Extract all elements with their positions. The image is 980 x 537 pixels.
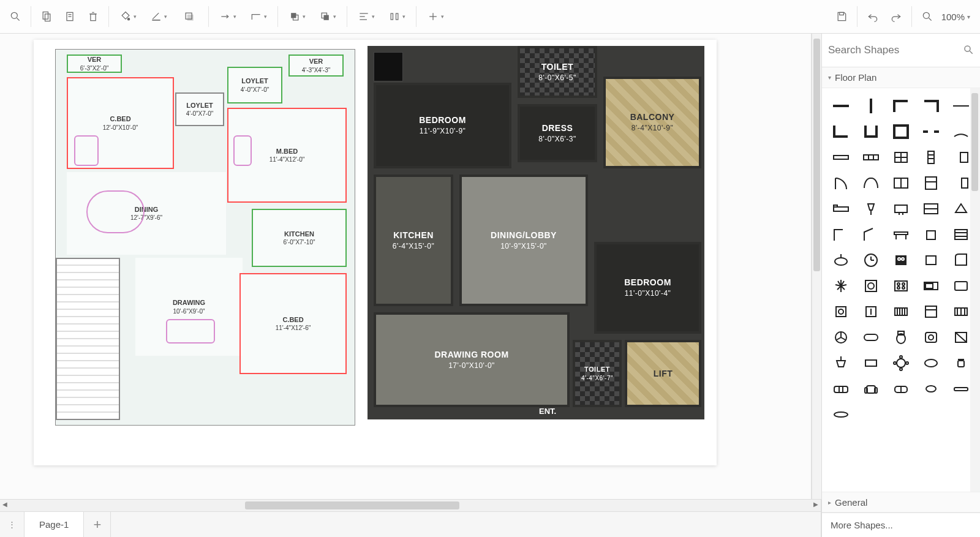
shape-armchair[interactable] (858, 378, 883, 399)
svg-rect-76 (926, 256, 936, 265)
shape-window-grid[interactable] (888, 147, 913, 168)
shape-corner-tr[interactable] (919, 96, 944, 116)
shape-sofa[interactable] (828, 378, 853, 399)
shape-panel[interactable] (919, 301, 944, 322)
shape-outlet[interactable] (828, 301, 853, 322)
add-page-button[interactable]: + (84, 512, 111, 537)
search-shapes-input[interactable] (828, 44, 963, 56)
svg-rect-52 (962, 178, 968, 188)
shapes-vertical-scrollbar[interactable] (970, 88, 980, 492)
canvas[interactable]: VER6'-3"X2'-0" VER4'-3"X4'-3" LOYLET4'-0… (0, 34, 812, 499)
zoom-level[interactable]: 100% (939, 12, 967, 22)
svg-rect-79 (895, 281, 907, 291)
shape-tub[interactable] (858, 327, 883, 348)
shape-sink[interactable] (828, 250, 853, 271)
shape-clock[interactable] (858, 250, 883, 271)
svg-rect-65 (955, 230, 967, 239)
svg-point-29 (965, 46, 970, 51)
fill-color-icon[interactable]: ▾ (113, 5, 143, 28)
zoom-tool-icon[interactable] (4, 5, 27, 28)
shape-pendant[interactable] (828, 353, 853, 374)
svg-rect-26 (839, 12, 843, 15)
shape-basin[interactable] (919, 327, 944, 348)
svg-rect-3 (45, 14, 50, 21)
shape-table-oval[interactable] (919, 353, 944, 374)
svg-point-10 (127, 18, 129, 20)
shape-cooktop[interactable] (888, 276, 913, 296)
line-color-icon[interactable]: ▾ (143, 5, 174, 28)
shadow-icon[interactable] (174, 5, 205, 28)
section-general[interactable]: ▸General (822, 492, 980, 513)
shape-washer[interactable] (858, 276, 883, 296)
shape-plant[interactable] (828, 276, 853, 296)
svg-rect-117 (958, 361, 964, 367)
to-front-icon[interactable]: ▾ (282, 5, 312, 28)
shape-opening[interactable] (919, 121, 944, 142)
svg-rect-128 (954, 388, 968, 391)
floorplan-line-drawing[interactable]: VER6'-3"X2'-0" VER4'-3"X4'-3" LOYLET4'-0… (55, 49, 355, 426)
shape-shelf[interactable] (919, 198, 944, 219)
pages-menu-icon[interactable]: ⋮ (0, 512, 24, 537)
to-back-icon[interactable]: ▾ (312, 5, 343, 28)
shape-box[interactable] (919, 250, 944, 271)
shape-loveseat[interactable] (888, 378, 913, 399)
save-icon[interactable] (830, 5, 853, 28)
svg-rect-22 (391, 13, 393, 20)
redo-icon[interactable] (884, 5, 908, 28)
paste-icon[interactable] (58, 5, 81, 28)
svg-point-114 (894, 362, 896, 364)
section-floor-plan[interactable]: ▾Floor Plan (822, 67, 980, 88)
more-shapes-button[interactable]: More Shapes... (822, 513, 980, 537)
shape-wall-h[interactable] (828, 96, 853, 116)
shape-corner-tl[interactable] (888, 96, 913, 116)
distribute-icon[interactable]: ▾ (382, 5, 412, 28)
search-icon[interactable] (963, 44, 974, 57)
svg-point-113 (900, 368, 902, 370)
shape-cabinet[interactable] (888, 173, 913, 193)
svg-point-107 (929, 335, 933, 340)
shape-fridge[interactable] (919, 173, 944, 193)
shape-microwave[interactable] (919, 276, 944, 296)
shape-nightstand[interactable] (919, 224, 944, 245)
undo-icon[interactable] (861, 5, 884, 28)
shape-table-round[interactable] (888, 353, 913, 374)
shape-table-rect[interactable] (858, 353, 883, 374)
shape-stove[interactable] (888, 250, 913, 271)
shape-bed[interactable] (828, 198, 853, 219)
shape-window-3[interactable] (858, 147, 883, 168)
delete-icon[interactable] (81, 5, 105, 28)
floorplan-rendered[interactable]: TOILET8'-0"X6'-5" BEDROOM11'-9"X10'-9" D… (368, 46, 704, 419)
shape-fan[interactable] (828, 327, 853, 348)
shape-door[interactable] (828, 173, 853, 193)
shape-wall-u[interactable] (858, 121, 883, 142)
shape-vent[interactable] (888, 301, 913, 322)
connector-style-icon[interactable]: ▾ (213, 5, 243, 28)
shape-toilet[interactable] (888, 327, 913, 348)
canvas-vertical-scrollbar[interactable] (812, 34, 821, 499)
shape-corner-bl[interactable] (828, 121, 853, 142)
tab-page-1[interactable]: Page-1 (24, 512, 84, 537)
shape-angle[interactable] (828, 224, 853, 245)
drawing-page[interactable]: VER6'-3"X2'-0" VER4'-3"X4'-3" LOYLET4'-0… (34, 40, 717, 465)
shape-window[interactable] (828, 147, 853, 168)
copy-icon[interactable] (35, 5, 58, 28)
waypoint-icon[interactable]: ▾ (243, 5, 274, 28)
insert-icon[interactable]: ▾ (420, 5, 451, 28)
shape-window-tall[interactable] (919, 147, 944, 168)
svg-rect-96 (925, 306, 937, 317)
shape-desk[interactable] (888, 224, 913, 245)
shape-angle2[interactable] (858, 224, 883, 245)
shape-stool[interactable] (919, 378, 944, 399)
staircase (56, 258, 120, 420)
shape-switch[interactable] (858, 301, 883, 322)
svg-rect-106 (925, 332, 937, 342)
fit-page-icon[interactable] (916, 5, 939, 28)
shape-lamp[interactable] (858, 198, 883, 219)
shape-tv[interactable] (888, 198, 913, 219)
shape-wall-v[interactable] (858, 96, 883, 116)
shape-door-double[interactable] (858, 173, 883, 193)
shape-room[interactable] (888, 121, 913, 142)
shape-rug[interactable] (828, 404, 853, 425)
canvas-horizontal-scrollbar[interactable] (0, 499, 821, 511)
align-icon[interactable]: ▾ (351, 5, 382, 28)
